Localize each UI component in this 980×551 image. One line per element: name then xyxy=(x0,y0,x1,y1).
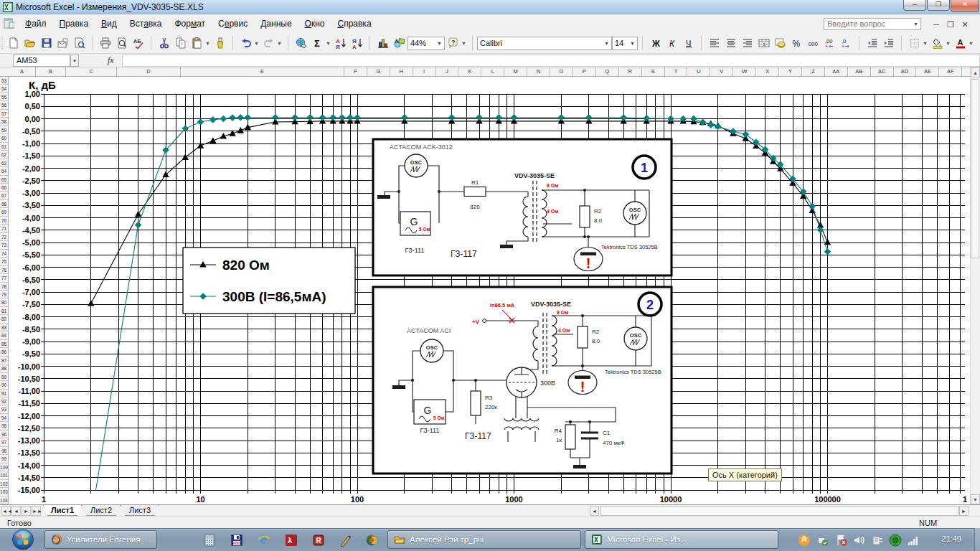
print-icon[interactable] xyxy=(97,35,113,51)
toolbar-options-icon[interactable] xyxy=(975,35,980,51)
show-desktop-button[interactable] xyxy=(974,528,980,551)
font-color-icon[interactable]: А xyxy=(952,35,969,51)
col-header-S[interactable]: S xyxy=(642,67,665,76)
row-header-73[interactable]: 73 xyxy=(0,241,8,249)
col-header-Q[interactable]: Q xyxy=(596,67,619,76)
close-button[interactable]: ✕ xyxy=(951,0,979,12)
minimize-button[interactable]: ─ xyxy=(903,0,926,11)
row-header-53[interactable]: 53 xyxy=(0,77,8,85)
percent-icon[interactable]: % xyxy=(788,35,805,51)
row-header-54[interactable]: 54 xyxy=(0,85,8,93)
row-header-98[interactable]: 98 xyxy=(0,447,8,455)
name-box-dropdown[interactable]: ▼ xyxy=(70,55,79,67)
col-header-AD[interactable]: AD xyxy=(894,67,917,76)
undo-icon[interactable] xyxy=(237,35,254,51)
menu-9[interactable]: Справка xyxy=(331,14,377,32)
row-header-59[interactable]: 59 xyxy=(0,126,8,134)
workbook-close-button[interactable]: ✕ xyxy=(959,20,971,29)
col-header-J[interactable]: J xyxy=(436,67,459,76)
plug-icon[interactable] xyxy=(871,534,884,547)
find-icon[interactable] xyxy=(71,35,88,51)
col-header-D[interactable]: D xyxy=(117,67,181,76)
font-size-select[interactable]: 14▼ xyxy=(612,37,638,50)
new-icon[interactable] xyxy=(5,35,22,51)
start-button[interactable] xyxy=(7,529,39,550)
row-header-82[interactable]: 82 xyxy=(0,315,8,323)
row-header-61[interactable]: 61 xyxy=(0,143,8,151)
preview-icon[interactable] xyxy=(113,35,130,51)
row-header-81[interactable]: 81 xyxy=(0,307,8,315)
row-header-93[interactable]: 93 xyxy=(0,405,8,413)
row-header-83[interactable]: 83 xyxy=(0,324,8,331)
col-header-K[interactable]: K xyxy=(459,67,482,76)
align-center-icon[interactable] xyxy=(722,35,739,51)
row-header-80[interactable]: 80 xyxy=(0,298,8,306)
flag-icon[interactable] xyxy=(835,534,848,547)
col-header-AC[interactable]: AC xyxy=(871,67,894,76)
row-header-60[interactable]: 60 xyxy=(0,134,8,142)
col-header-C[interactable]: C xyxy=(66,67,117,76)
format-painter-icon[interactable] xyxy=(212,35,228,51)
col-header-F[interactable]: F xyxy=(344,67,367,76)
row-header-74[interactable]: 74 xyxy=(0,250,8,258)
help-icon[interactable]: ? xyxy=(445,35,461,51)
col-header-V[interactable]: V xyxy=(710,67,733,76)
hscroll-right-button[interactable]: ► xyxy=(959,506,969,516)
row-header-78[interactable]: 78 xyxy=(0,283,8,291)
col-header-R[interactable]: R xyxy=(619,67,642,76)
row-header-71[interactable]: 71 xyxy=(0,225,8,232)
antivirus-icon[interactable] xyxy=(889,534,902,547)
col-header-Y[interactable]: Y xyxy=(779,67,802,76)
ie-icon[interactable]: e xyxy=(258,534,270,547)
col-header-Z[interactable]: Z xyxy=(802,67,825,76)
row-header-90[interactable]: 90 xyxy=(0,381,8,389)
menu-8[interactable]: Окно xyxy=(298,14,331,32)
col-header-H[interactable]: H xyxy=(390,67,413,76)
task-excel[interactable]: Microsoft Excel - Из... xyxy=(585,530,778,549)
undo-icon-dropdown[interactable]: ▼ xyxy=(254,41,260,46)
row-header-86[interactable]: 86 xyxy=(0,348,8,356)
tab-next-button[interactable]: ► xyxy=(22,506,31,516)
hscroll-left-button[interactable]: ◄ xyxy=(590,506,599,516)
row-header-64[interactable]: 64 xyxy=(0,167,8,175)
merge-center-icon[interactable]: а xyxy=(755,35,772,51)
usb-icon[interactable] xyxy=(816,534,829,547)
col-header-W[interactable]: W xyxy=(733,67,756,76)
autosum-icon[interactable]: Σ xyxy=(309,35,326,51)
dec-decimal-icon[interactable]: ,0+ xyxy=(838,35,854,51)
menu-2[interactable]: Правка xyxy=(53,14,95,32)
row-header-72[interactable]: 72 xyxy=(0,233,8,241)
workbook-restore-button[interactable]: ❐ xyxy=(945,20,956,29)
col-header-N[interactable]: N xyxy=(527,67,550,76)
row-header-88[interactable]: 88 xyxy=(0,364,8,372)
row-header-57[interactable]: 57 xyxy=(0,110,8,118)
col-header-AA[interactable]: AA xyxy=(825,67,848,76)
save-icon[interactable] xyxy=(38,35,55,51)
col-header-I[interactable]: I xyxy=(413,67,436,76)
menu-6[interactable]: Сервис xyxy=(212,14,254,32)
scroll-down-button[interactable]: ▼ xyxy=(971,494,980,504)
col-header-G[interactable]: G xyxy=(367,67,390,76)
row-header-91[interactable]: 91 xyxy=(0,390,8,397)
row-header-89[interactable]: 89 xyxy=(0,373,8,381)
volume-icon[interactable] xyxy=(853,534,866,547)
chevron-up-icon[interactable] xyxy=(798,534,811,547)
menu-7[interactable]: Данные xyxy=(254,14,298,32)
sphere-icon[interactable] xyxy=(365,534,378,547)
col-header-L[interactable]: L xyxy=(481,67,504,76)
restore-button[interactable]: ❐ xyxy=(927,0,950,11)
thousands-icon[interactable]: 000 xyxy=(805,35,821,51)
column-headers[interactable]: ABCDEFGHIJKLMNOPQRSTUVWXYZAAABACADAEAF xyxy=(0,67,980,77)
font-color-icon-dropdown[interactable]: ▼ xyxy=(969,41,975,46)
row-header-65[interactable]: 65 xyxy=(0,176,8,184)
row-header-96[interactable]: 96 xyxy=(0,430,8,438)
borders-icon[interactable] xyxy=(906,35,923,51)
row-header-77[interactable]: 77 xyxy=(0,274,8,282)
align-right-icon[interactable] xyxy=(739,35,755,51)
col-header-AE[interactable]: AE xyxy=(917,67,940,76)
taskbar-clock[interactable]: 21:49 xyxy=(933,534,970,543)
signal-icon[interactable] xyxy=(907,534,920,547)
row-header-94[interactable]: 94 xyxy=(0,414,8,422)
cut-icon[interactable] xyxy=(156,35,172,51)
spelling-icon[interactable]: АБ xyxy=(130,35,146,51)
